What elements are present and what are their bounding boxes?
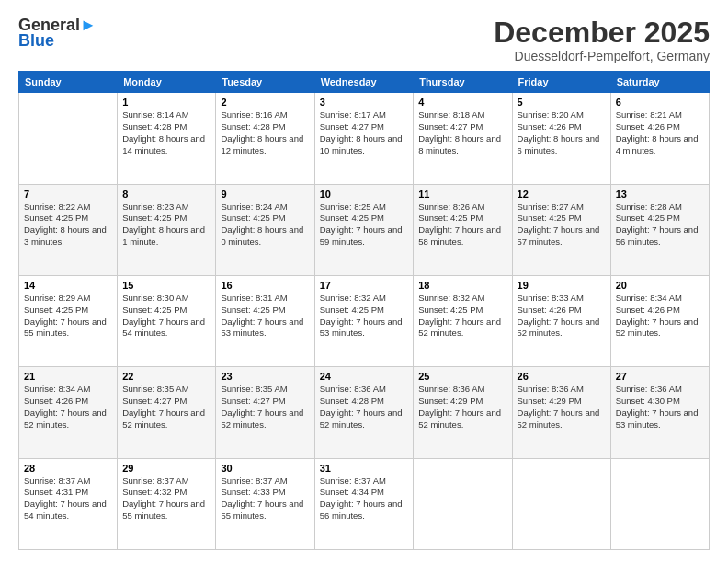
table-row: 18Sunrise: 8:32 AMSunset: 4:25 PMDayligh…	[414, 275, 512, 366]
day-number: 28	[24, 463, 112, 474]
day-info: Sunrise: 8:37 AMSunset: 4:31 PMDaylight:…	[24, 476, 107, 521]
day-number: 1	[122, 97, 210, 108]
col-wednesday: Wednesday	[314, 72, 414, 93]
day-info: Sunrise: 8:25 AMSunset: 4:25 PMDaylight:…	[320, 201, 403, 247]
day-info: Sunrise: 8:37 AMSunset: 4:34 PMDaylight:…	[320, 476, 403, 521]
day-info: Sunrise: 8:28 AMSunset: 4:25 PMDaylight:…	[616, 201, 699, 247]
day-info: Sunrise: 8:20 AMSunset: 4:26 PMDaylight:…	[518, 109, 600, 155]
col-tuesday: Tuesday	[216, 72, 314, 93]
header: General► Blue December 2025 Duesseldorf-…	[18, 17, 710, 63]
table-row: 26Sunrise: 8:36 AMSunset: 4:29 PMDayligh…	[512, 367, 610, 458]
title-section: December 2025 Duesseldorf-Pempelfort, Ge…	[494, 17, 710, 63]
table-row: 13Sunrise: 8:28 AMSunset: 4:25 PMDayligh…	[610, 184, 709, 275]
day-info: Sunrise: 8:14 AMSunset: 4:28 PMDaylight:…	[122, 109, 205, 155]
table-row: 12Sunrise: 8:27 AMSunset: 4:25 PMDayligh…	[512, 184, 610, 275]
table-row: 1Sunrise: 8:14 AMSunset: 4:28 PMDaylight…	[118, 93, 216, 184]
day-number: 4	[418, 97, 506, 108]
calendar-table: Sunday Monday Tuesday Wednesday Thursday…	[18, 71, 710, 550]
table-row: 23Sunrise: 8:35 AMSunset: 4:27 PMDayligh…	[216, 367, 314, 458]
day-number: 13	[616, 189, 704, 200]
col-thursday: Thursday	[414, 72, 512, 93]
day-info: Sunrise: 8:29 AMSunset: 4:25 PMDaylight:…	[24, 293, 107, 338]
table-row: 14Sunrise: 8:29 AMSunset: 4:25 PMDayligh…	[19, 275, 118, 366]
day-info: Sunrise: 8:36 AMSunset: 4:28 PMDaylight:…	[320, 384, 403, 429]
day-info: Sunrise: 8:30 AMSunset: 4:25 PMDaylight:…	[122, 293, 205, 338]
day-number: 11	[418, 189, 506, 200]
day-number: 23	[221, 371, 309, 382]
day-info: Sunrise: 8:21 AMSunset: 4:26 PMDaylight:…	[616, 109, 699, 155]
day-info: Sunrise: 8:22 AMSunset: 4:25 PMDaylight:…	[24, 201, 107, 247]
day-number: 22	[122, 371, 210, 382]
day-info: Sunrise: 8:33 AMSunset: 4:26 PMDaylight:…	[518, 293, 600, 338]
day-number: 3	[320, 97, 409, 108]
day-info: Sunrise: 8:26 AMSunset: 4:25 PMDaylight:…	[418, 201, 501, 247]
day-info: Sunrise: 8:23 AMSunset: 4:25 PMDaylight:…	[122, 201, 205, 247]
location: Duesseldorf-Pempelfort, Germany	[494, 49, 710, 63]
day-number: 29	[122, 463, 210, 474]
table-row: 24Sunrise: 8:36 AMSunset: 4:28 PMDayligh…	[314, 367, 414, 458]
day-number: 24	[320, 371, 409, 382]
table-row: 9Sunrise: 8:24 AMSunset: 4:25 PMDaylight…	[216, 184, 314, 275]
day-info: Sunrise: 8:31 AMSunset: 4:25 PMDaylight:…	[221, 293, 303, 338]
table-row	[512, 458, 610, 549]
day-info: Sunrise: 8:34 AMSunset: 4:26 PMDaylight:…	[616, 293, 699, 338]
day-number: 18	[418, 280, 506, 291]
day-info: Sunrise: 8:35 AMSunset: 4:27 PMDaylight:…	[122, 384, 205, 429]
day-number: 7	[24, 189, 112, 200]
day-number: 21	[24, 371, 112, 382]
day-number: 6	[616, 97, 704, 108]
day-info: Sunrise: 8:36 AMSunset: 4:29 PMDaylight:…	[418, 384, 501, 429]
day-number: 5	[518, 97, 606, 108]
day-info: Sunrise: 8:35 AMSunset: 4:27 PMDaylight:…	[221, 384, 303, 429]
day-info: Sunrise: 8:18 AMSunset: 4:27 PMDaylight:…	[418, 109, 501, 155]
table-row: 4Sunrise: 8:18 AMSunset: 4:27 PMDaylight…	[414, 93, 512, 184]
table-row: 7Sunrise: 8:22 AMSunset: 4:25 PMDaylight…	[19, 184, 118, 275]
day-info: Sunrise: 8:36 AMSunset: 4:30 PMDaylight:…	[616, 384, 699, 429]
col-sunday: Sunday	[19, 72, 118, 93]
table-row: 22Sunrise: 8:35 AMSunset: 4:27 PMDayligh…	[118, 367, 216, 458]
day-info: Sunrise: 8:27 AMSunset: 4:25 PMDaylight:…	[518, 201, 600, 247]
table-row: 27Sunrise: 8:36 AMSunset: 4:30 PMDayligh…	[610, 367, 709, 458]
table-row: 25Sunrise: 8:36 AMSunset: 4:29 PMDayligh…	[414, 367, 512, 458]
day-number: 27	[616, 371, 704, 382]
day-number: 12	[518, 189, 606, 200]
day-number: 17	[320, 280, 409, 291]
table-row: 5Sunrise: 8:20 AMSunset: 4:26 PMDaylight…	[512, 93, 610, 184]
day-number: 2	[221, 97, 309, 108]
day-number: 19	[518, 280, 606, 291]
table-row: 30Sunrise: 8:37 AMSunset: 4:33 PMDayligh…	[216, 458, 314, 549]
calendar-header-row: Sunday Monday Tuesday Wednesday Thursday…	[19, 72, 710, 93]
table-row: 8Sunrise: 8:23 AMSunset: 4:25 PMDaylight…	[118, 184, 216, 275]
table-row: 10Sunrise: 8:25 AMSunset: 4:25 PMDayligh…	[314, 184, 414, 275]
col-friday: Friday	[512, 72, 610, 93]
table-row: 11Sunrise: 8:26 AMSunset: 4:25 PMDayligh…	[414, 184, 512, 275]
day-number: 31	[320, 463, 409, 474]
table-row	[414, 458, 512, 549]
day-info: Sunrise: 8:32 AMSunset: 4:25 PMDaylight:…	[320, 293, 403, 338]
day-number: 30	[221, 463, 309, 474]
day-info: Sunrise: 8:36 AMSunset: 4:29 PMDaylight:…	[518, 384, 600, 429]
day-info: Sunrise: 8:24 AMSunset: 4:25 PMDaylight:…	[221, 201, 303, 247]
day-info: Sunrise: 8:34 AMSunset: 4:26 PMDaylight:…	[24, 384, 107, 429]
day-number: 25	[418, 371, 506, 382]
table-row: 28Sunrise: 8:37 AMSunset: 4:31 PMDayligh…	[19, 458, 118, 549]
day-info: Sunrise: 8:17 AMSunset: 4:27 PMDaylight:…	[320, 109, 403, 155]
logo-blue-text: Blue	[18, 31, 54, 51]
day-info: Sunrise: 8:16 AMSunset: 4:28 PMDaylight:…	[221, 109, 303, 155]
day-number: 9	[221, 189, 309, 200]
table-row: 15Sunrise: 8:30 AMSunset: 4:25 PMDayligh…	[118, 275, 216, 366]
day-number: 15	[122, 280, 210, 291]
table-row	[610, 458, 709, 549]
table-row: 3Sunrise: 8:17 AMSunset: 4:27 PMDaylight…	[314, 93, 414, 184]
day-number: 14	[24, 280, 112, 291]
day-number: 8	[122, 189, 210, 200]
col-monday: Monday	[118, 72, 216, 93]
table-row: 20Sunrise: 8:34 AMSunset: 4:26 PMDayligh…	[610, 275, 709, 366]
table-row: 6Sunrise: 8:21 AMSunset: 4:26 PMDaylight…	[610, 93, 709, 184]
table-row: 29Sunrise: 8:37 AMSunset: 4:32 PMDayligh…	[118, 458, 216, 549]
day-number: 26	[518, 371, 606, 382]
table-row: 2Sunrise: 8:16 AMSunset: 4:28 PMDaylight…	[216, 93, 314, 184]
day-number: 20	[616, 280, 704, 291]
table-row: 17Sunrise: 8:32 AMSunset: 4:25 PMDayligh…	[314, 275, 414, 366]
table-row: 31Sunrise: 8:37 AMSunset: 4:34 PMDayligh…	[314, 458, 414, 549]
